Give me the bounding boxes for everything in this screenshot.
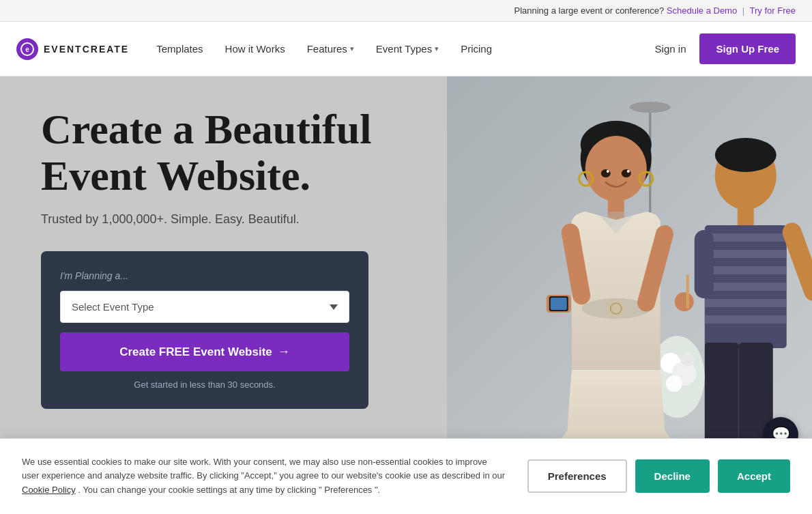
- svg-point-41: [621, 169, 630, 177]
- signup-button[interactable]: Sign Up Free: [699, 33, 796, 64]
- schedule-demo-link[interactable]: Schedule a Demo: [667, 5, 737, 16]
- hero-section: Create a Beautiful Event Website. Truste…: [0, 76, 812, 438]
- create-btn-label: Create FREE Event Website: [119, 345, 272, 359]
- features-chevron-icon: ▾: [350, 44, 354, 53]
- svg-rect-39: [550, 298, 566, 310]
- hero-photo: [447, 76, 813, 438]
- nav-templates[interactable]: Templates: [156, 43, 203, 55]
- hero-people-illustration: [447, 76, 813, 438]
- svg-rect-10: [704, 283, 786, 291]
- svg-point-4: [714, 138, 776, 172]
- nav-pricing[interactable]: Pricing: [461, 43, 492, 55]
- nav-how-it-works[interactable]: How it Works: [225, 43, 285, 55]
- svg-point-34: [674, 292, 693, 311]
- navbar: e EVENTCREATE Templates How it Works Fea…: [0, 22, 812, 76]
- hero-title: Create a Beautiful Event Website.: [41, 106, 406, 199]
- svg-rect-15: [704, 343, 738, 438]
- logo[interactable]: e EVENTCREATE: [16, 38, 129, 60]
- announcement-text: Planning a large event or conference?: [514, 5, 664, 16]
- separator: |: [742, 5, 744, 16]
- planning-card: I'm Planning a... Select Event Type Wedd…: [41, 251, 368, 409]
- hero-left-panel: Create a Beautiful Event Website. Truste…: [0, 76, 447, 438]
- try-free-link[interactable]: Try for Free: [750, 5, 796, 16]
- nav-actions: Sign in Sign Up Free: [655, 33, 796, 64]
- sign-in-link[interactable]: Sign in: [655, 43, 686, 55]
- svg-text:e: e: [25, 46, 29, 53]
- create-event-button[interactable]: Create FREE Event Website →: [60, 332, 349, 371]
- svg-rect-11: [704, 299, 786, 307]
- svg-rect-14: [694, 230, 713, 298]
- svg-point-26: [585, 136, 646, 201]
- logo-text: EVENTCREATE: [44, 44, 129, 55]
- svg-point-42: [606, 170, 609, 173]
- svg-rect-35: [686, 274, 688, 309]
- event-type-select[interactable]: Select Event Type Wedding Birthday Party…: [60, 291, 349, 323]
- svg-point-18: [629, 102, 670, 113]
- hero-subtitle: Trusted by 1,000,000+. Simple. Easy. Bea…: [41, 212, 406, 227]
- svg-rect-8: [704, 250, 786, 258]
- chat-icon: 💬: [772, 426, 790, 438]
- svg-point-40: [600, 169, 610, 177]
- svg-rect-12: [704, 315, 786, 324]
- get-started-text: Get started in less than 30 seconds.: [60, 380, 349, 390]
- announcement-bar: Planning a large event or conference? Sc…: [0, 0, 812, 22]
- logo-icon: e: [16, 38, 38, 60]
- event-types-chevron-icon: ▾: [435, 44, 439, 53]
- svg-point-23: [680, 353, 694, 367]
- svg-rect-7: [704, 233, 786, 242]
- planning-label: I'm Planning a...: [60, 270, 349, 281]
- svg-point-22: [665, 375, 682, 392]
- svg-rect-5: [737, 206, 753, 227]
- svg-point-43: [626, 170, 629, 173]
- nav-links: Templates How it Works Features ▾ Event …: [156, 43, 654, 55]
- nav-event-types[interactable]: Event Types ▾: [376, 43, 439, 55]
- nav-features[interactable]: Features ▾: [307, 43, 354, 55]
- svg-rect-9: [704, 266, 786, 274]
- create-btn-arrow-icon: →: [278, 345, 290, 359]
- hero-image-panel: [447, 76, 813, 438]
